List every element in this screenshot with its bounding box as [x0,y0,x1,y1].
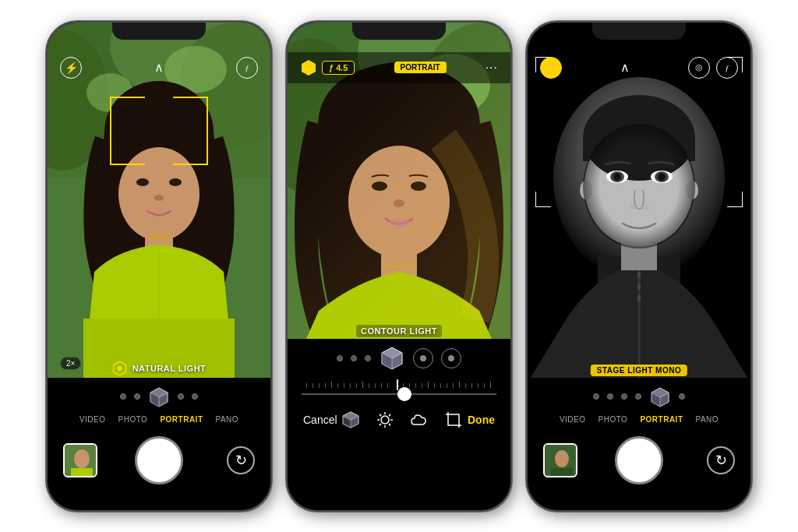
mode-video-1[interactable]: VIDEO [79,415,106,424]
bottom-controls-1: VIDEO PHOTO PORTRAIT PANO ↻ [48,378,270,510]
mode-portrait-1[interactable]: PORTRAIT [160,415,203,424]
svg-line-83 [389,414,390,415]
svg-rect-61 [422,383,422,388]
brightness-icon[interactable] [376,410,394,429]
cancel-button-2[interactable]: Cancel [303,414,337,426]
mode-photo-3[interactable]: PHOTO [598,415,628,424]
top-bar-3: ⚡ ∧ ◎ ƒ [528,52,750,83]
aperture-badge-2[interactable]: ƒ 4.5 [322,61,355,75]
svg-rect-69 [471,383,472,388]
effect-dot-4[interactable] [192,393,198,400]
mode-video-3[interactable]: VIDEO [560,415,586,424]
cube-effect-active-2[interactable] [379,345,405,372]
mode-photo-1[interactable]: PHOTO [118,415,148,424]
svg-rect-57 [387,383,388,388]
rotate-button-3[interactable]: ↻ [707,446,735,474]
notch-3 [592,23,686,40]
svg-rect-85 [448,414,459,425]
portrait-mode-badge-2: PORTRAIT [394,62,447,73]
contour-light-label: CONTOUR LIGHT [356,323,442,337]
effect-dot-1[interactable] [120,393,126,400]
svg-rect-60 [415,383,416,388]
effect-dot3-4[interactable] [635,393,641,400]
svg-rect-72 [490,382,491,388]
stage-light-mono-label: STAGE LIGHT MONO [591,362,687,376]
mode-portrait-3[interactable]: PORTRAIT [640,415,683,424]
notch-1 [112,23,206,40]
svg-point-118 [555,450,569,467]
done-button-2[interactable]: Done [468,414,495,426]
svg-rect-47 [325,383,326,388]
mode-selector-3: VIDEO PHOTO PORTRAIT PANO [560,415,719,424]
svg-point-112 [583,124,695,248]
crop-icon[interactable] [444,410,463,429]
svg-rect-100 [583,138,589,161]
cube-effect-active-3[interactable] [649,386,671,407]
svg-rect-45 [312,383,313,388]
svg-rect-95 [637,284,641,290]
more-icon-2[interactable]: ··· [486,61,498,75]
cube-effect-active-1[interactable] [148,386,170,407]
phones-container: ⚡ ∧ ƒ 2× NATURAL LIGHT [38,0,760,532]
svg-rect-50 [344,383,344,388]
bottom-controls-3: VIDEO PHOTO PORTRAIT PANO ↻ [528,378,750,510]
effect-dot3-1[interactable] [593,393,599,400]
notch-2 [352,23,446,40]
effect-dot3-3[interactable] [621,393,627,400]
mode-pano-1[interactable]: PANO [216,415,239,424]
svg-rect-119 [551,468,573,477]
effect-dot-3[interactable] [178,393,184,400]
slider-handle[interactable] [397,387,411,401]
svg-point-34 [411,181,426,191]
svg-rect-44 [306,383,307,388]
natural-light-label: NATURAL LIGHT [112,361,207,376]
edit-cube-icon[interactable] [341,410,360,429]
portrait-hex-icon-2 [300,59,317,76]
effect-dot2-2[interactable] [351,355,357,361]
svg-rect-52 [356,383,357,388]
shutter-button-3[interactable] [615,436,663,484]
shutter-button-1[interactable] [135,436,183,484]
cloud-icon[interactable] [410,410,429,429]
effect-circle-1[interactable] [413,348,433,368]
svg-rect-53 [362,382,363,388]
svg-point-13 [154,195,164,201]
top-bar-1: ⚡ ∧ ƒ [48,52,270,83]
focus-bracket-br [173,130,208,165]
effects-row-3 [593,386,685,407]
effect-dot-2[interactable] [134,393,140,400]
hex-icon-1 [112,361,128,376]
svg-rect-65 [447,383,447,388]
svg-point-35 [394,199,404,207]
thumbnail-3[interactable] [543,443,577,477]
svg-rect-55 [375,383,376,388]
effect-dot3-2[interactable] [607,393,613,400]
edit-actions-2: Cancel [288,404,510,435]
phone-1: ⚡ ∧ ƒ 2× NATURAL LIGHT [46,21,272,512]
flash-icon-3[interactable]: ⚡ [540,57,562,79]
svg-rect-96 [637,295,641,301]
svg-rect-48 [331,382,332,388]
slider-area [288,378,510,395]
aperture-icon-1[interactable]: ƒ [236,57,258,79]
effect-dot2-1[interactable] [337,355,343,361]
svg-point-12 [169,178,182,186]
zoom-badge-1[interactable]: 2× [60,357,81,370]
effect-dot3-5[interactable] [679,393,685,400]
effect-circle-2[interactable] [441,348,461,368]
svg-rect-63 [434,383,435,388]
svg-rect-64 [440,383,441,388]
screen-3: ⚡ ∧ ◎ ƒ STAGE LIGHT MONO [528,23,750,510]
thumbnail-1[interactable] [63,443,97,477]
rotate-button-1[interactable]: ↻ [227,446,255,474]
shutter-row-1: ↻ [48,436,270,484]
screen-1: ⚡ ∧ ƒ 2× NATURAL LIGHT [48,23,270,510]
focus-bracket-bl [110,130,145,165]
camera-icon-3[interactable]: ◎ [688,57,710,79]
effect-dot2-3[interactable] [365,355,371,361]
flash-icon-1[interactable]: ⚡ [60,57,82,79]
mode-pano-3[interactable]: PANO [696,415,719,424]
chevron-up-3: ∧ [620,60,630,75]
aperture-icon-3[interactable]: ƒ [716,57,738,79]
slider-track[interactable] [302,393,496,395]
